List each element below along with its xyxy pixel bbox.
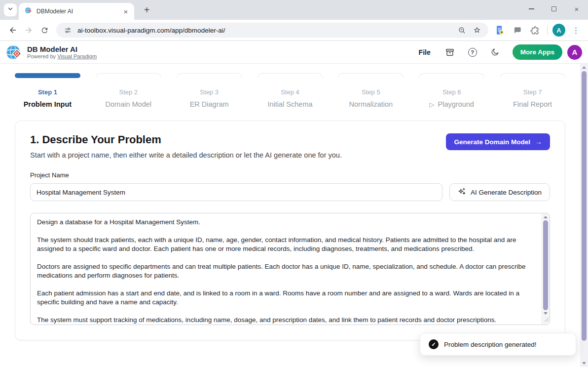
ai-generate-description-button[interactable]: AI Generate Description (449, 183, 550, 201)
browser-toolbar: ai-toolbox.visual-paradigm.com/app/dbmod… (0, 20, 588, 41)
app-title-block: DB Modeler AI Powered by Visual Paradigm (27, 45, 97, 59)
powered-by: Powered by Visual Paradigm (27, 53, 97, 59)
toolbar-separator (547, 25, 548, 35)
close-button[interactable]: × (565, 0, 588, 18)
new-tab-button[interactable]: + (140, 3, 153, 17)
page-viewport: Step 1 Problem Input Step 2 Domain Model… (0, 64, 588, 367)
toolbar-actions: A ⋮ (492, 23, 583, 38)
project-name-row: AI Generate Description (30, 183, 550, 201)
chevron-down-icon (7, 5, 14, 14)
arrow-right-icon: → (535, 138, 542, 146)
visual-paradigm-link[interactable]: Visual Paradigm (57, 53, 97, 59)
problem-input-card: 1. Describe Your Problem Start with a pr… (15, 121, 565, 340)
step-progress-bar (500, 73, 565, 78)
step-tab-playground[interactable]: Step 6 ▷Playground (419, 73, 484, 108)
tab-search-button[interactable] (4, 3, 17, 16)
card-header: 1. Describe Your Problem Start with a pr… (30, 133, 550, 159)
archive-icon[interactable] (444, 47, 455, 58)
forward-button[interactable] (21, 22, 37, 38)
step-progress-bar (96, 73, 161, 78)
project-name-label: Project Name (30, 171, 550, 179)
page-scrollbar-thumb[interactable] (582, 71, 587, 341)
textarea-scrollbar[interactable] (541, 213, 550, 325)
file-menu[interactable]: File (419, 48, 431, 56)
step-tab-initial-schema[interactable]: Step 4 Initial Schema (257, 73, 323, 108)
more-apps-button[interactable]: More Apps (513, 44, 562, 60)
tab-close-icon[interactable]: × (121, 7, 130, 16)
card-header-text: 1. Describe Your Problem Start with a pr… (30, 133, 342, 159)
toast-message: Problem description generated! (444, 341, 537, 348)
reload-button[interactable] (37, 22, 52, 38)
toast-notification: ✓ Problem description generated! (420, 333, 576, 356)
reload-icon (40, 26, 49, 35)
app-logo-icon (6, 44, 23, 61)
step-tab-final-report[interactable]: Step 7 Final Report (500, 73, 565, 108)
scroll-up-arrow-icon[interactable] (544, 216, 548, 218)
step-tab-problem-input[interactable]: Step 1 Problem Input (15, 73, 80, 108)
maximize-icon (551, 6, 556, 11)
browser-profile-avatar[interactable]: A (552, 24, 565, 37)
section-title: 1. Describe Your Problem (30, 133, 342, 146)
forward-icon (24, 26, 33, 35)
step-navigation: Step 1 Problem Input Step 2 Domain Model… (15, 73, 565, 108)
url-bar[interactable]: ai-toolbox.visual-paradigm.com/app/dbmod… (56, 23, 488, 38)
maximize-button[interactable] (543, 0, 565, 18)
help-icon[interactable]: ? (467, 47, 478, 58)
generate-domain-model-button[interactable]: Generate Domain Model → (446, 133, 550, 150)
bookmark-star-icon[interactable] (472, 25, 482, 36)
scroll-down-arrow-icon[interactable] (582, 362, 586, 365)
step-tab-normalization[interactable]: Step 5 Normalization (338, 73, 404, 108)
minimize-icon (529, 8, 534, 9)
play-icon: ▷ (430, 101, 435, 108)
scroll-up-arrow-icon[interactable] (582, 66, 586, 69)
back-button[interactable] (5, 22, 21, 38)
step-progress-bar (338, 73, 404, 78)
minimize-button[interactable] (520, 0, 543, 18)
problem-description-textarea[interactable]: Design a database for a Hospital Managem… (31, 213, 550, 325)
resize-grip-icon[interactable] (544, 315, 549, 324)
app-user-avatar[interactable]: A (567, 45, 582, 60)
step-progress-bar (419, 73, 484, 78)
step-progress-bar (257, 73, 323, 78)
tab-title: DBModeler AI (37, 8, 117, 15)
app-title: DB Modeler AI (27, 45, 97, 53)
page-content: Step 1 Problem Input Step 2 Domain Model… (0, 64, 580, 367)
docs-offline-extension-icon[interactable] (492, 23, 507, 38)
step-tab-er-diagram[interactable]: Step 3 ER Diagram (177, 73, 242, 108)
textarea-scrollbar-thumb[interactable] (543, 220, 548, 310)
browser-tab-strip: DBModeler AI × + × (0, 0, 588, 20)
dark-mode-moon-icon[interactable] (490, 47, 501, 58)
sparkles-icon (458, 187, 466, 197)
step-progress-bar (177, 73, 242, 78)
section-subtitle: Start with a project name, then either w… (30, 151, 342, 159)
browser-menu-kebab-icon[interactable]: ⋮ (569, 23, 583, 38)
browser-tab[interactable]: DBModeler AI × (19, 3, 134, 20)
problem-description-wrapper: Design a database for a Hospital Managem… (30, 213, 550, 325)
back-icon (8, 26, 17, 35)
extensions-puzzle-icon[interactable] (528, 23, 542, 38)
comment-bubble-icon[interactable] (510, 23, 524, 38)
page-scrollbar[interactable] (580, 64, 588, 367)
site-settings-icon[interactable] (62, 25, 73, 36)
favicon (25, 6, 33, 16)
url-text[interactable]: ai-toolbox.visual-paradigm.com/app/dbmod… (77, 27, 452, 34)
window-controls: × (520, 0, 588, 18)
zoom-out-icon[interactable] (456, 25, 467, 36)
step-progress-bar (15, 73, 80, 78)
project-name-input[interactable] (30, 183, 442, 201)
step-tab-domain-model[interactable]: Step 2 Domain Model (96, 73, 161, 108)
app-header: DB Modeler AI Powered by Visual Paradigm… (0, 41, 588, 64)
scroll-down-arrow-icon[interactable] (544, 312, 548, 315)
check-circle-icon: ✓ (429, 339, 439, 349)
